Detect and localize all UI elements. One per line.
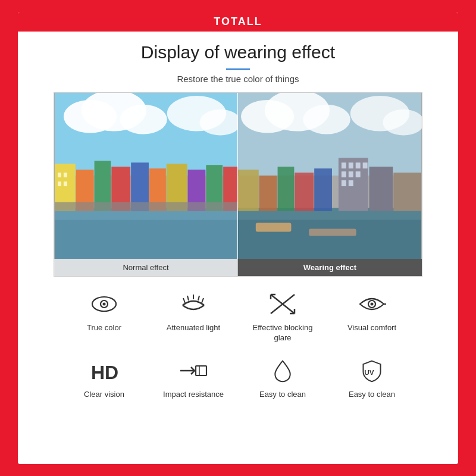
svg-text:HD: HD	[91, 362, 118, 383]
feature-impact-resistance: Impact resistance	[158, 356, 229, 400]
svg-rect-35	[295, 173, 314, 211]
page-title: Display of wearing effect	[141, 42, 335, 62]
product-card: TOTALL Display of wearing effect Restore…	[18, 12, 458, 464]
normal-effect-label: Normal effect	[54, 259, 238, 276]
svg-line-55	[187, 296, 189, 300]
image-label-bar: Normal effect Wearing effect	[54, 259, 422, 276]
svg-point-27	[303, 105, 350, 134]
leaf-eye-icon	[355, 290, 389, 318]
impact-resistance-label: Impact resistance	[163, 390, 224, 400]
comparison-image: Normal effect Wearing effect	[54, 92, 422, 277]
brand-name: TOTALL	[214, 15, 262, 27]
svg-rect-36	[314, 168, 332, 211]
svg-rect-41	[349, 162, 353, 168]
feature-clear-vision: HD Clear vision	[68, 356, 140, 400]
svg-rect-38	[369, 167, 393, 211]
svg-rect-40	[342, 162, 346, 168]
attenuated-light-label: Attenuated light	[167, 323, 220, 333]
visual-comfort-label: Visual comfort	[347, 323, 396, 333]
feature-easy-to-clean: Easy to clean	[247, 356, 318, 400]
svg-rect-49	[256, 223, 292, 232]
uv-shield-icon: UV	[355, 356, 389, 385]
svg-point-62	[371, 303, 374, 306]
svg-rect-18	[58, 173, 61, 177]
svg-rect-32	[238, 170, 259, 211]
svg-line-54	[183, 298, 185, 303]
svg-rect-42	[356, 162, 361, 168]
svg-line-58	[202, 298, 203, 303]
blocking-glare-label: Effective blocking glare	[247, 323, 318, 343]
svg-rect-34	[278, 167, 295, 211]
svg-text:UV: UV	[364, 368, 374, 377]
uv-protection-label: Easy to clean	[349, 390, 395, 400]
feature-true-color: True color	[68, 290, 140, 343]
svg-point-3	[120, 105, 167, 134]
feature-visual-comfort: Visual comfort	[336, 290, 408, 343]
lashes-icon	[177, 290, 210, 318]
feature-blocking-glare: Effective blocking glare	[247, 290, 318, 343]
features-row-2: HD Clear vision Impact resistance	[18, 356, 458, 400]
svg-point-53	[103, 303, 106, 306]
hd-icon: HD	[87, 356, 121, 385]
subtitle: Restore the true color of things	[177, 74, 299, 84]
svg-rect-33	[259, 176, 277, 211]
svg-rect-44	[342, 171, 346, 177]
svg-rect-48	[349, 180, 353, 186]
arrows-cross-icon	[266, 290, 299, 318]
true-color-label: True color	[87, 323, 121, 333]
svg-rect-66	[196, 366, 206, 375]
droplet-icon	[266, 356, 299, 385]
arrow-box-icon	[177, 356, 210, 385]
feature-attenuated-light: Attenuated light	[158, 290, 229, 343]
easy-to-clean-label: Easy to clean	[259, 390, 306, 400]
svg-rect-50	[309, 229, 356, 236]
svg-rect-19	[64, 173, 67, 177]
title-divider	[226, 68, 250, 70]
eye-icon	[87, 290, 121, 318]
svg-rect-39	[393, 173, 421, 211]
clear-vision-label: Clear vision	[84, 390, 124, 400]
wearing-effect-label: Wearing effect	[238, 259, 422, 276]
svg-rect-45	[349, 171, 353, 177]
brand-bar: TOTALL	[18, 12, 458, 32]
svg-point-5	[199, 109, 241, 136]
svg-rect-22	[55, 202, 238, 211]
svg-line-57	[198, 296, 199, 300]
features-row-1: True color Attenuated light	[18, 290, 458, 343]
svg-rect-21	[64, 181, 67, 186]
svg-rect-20	[58, 181, 61, 186]
svg-rect-46	[356, 171, 361, 177]
svg-rect-43	[363, 162, 368, 168]
svg-rect-47	[342, 180, 346, 186]
feature-uv-protection: UV Easy to clean	[336, 356, 408, 400]
